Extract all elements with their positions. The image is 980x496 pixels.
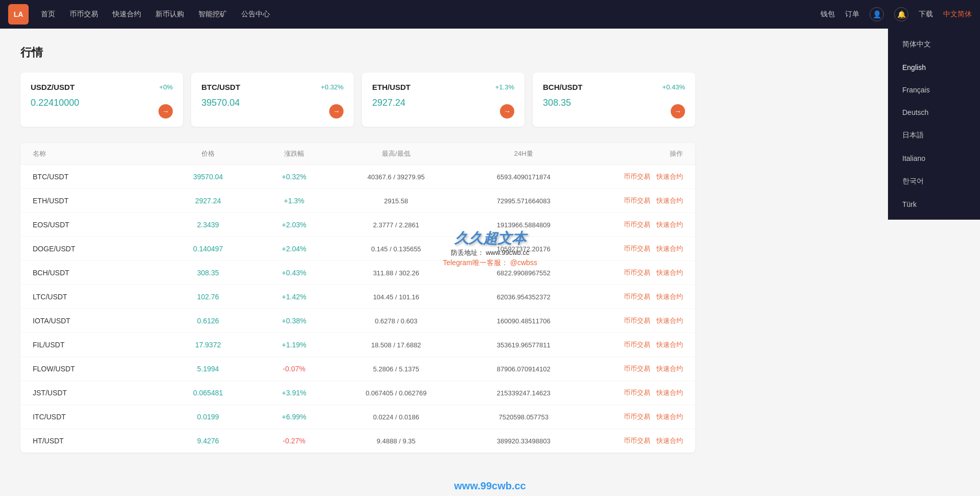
- orders-button[interactable]: 订单: [845, 10, 859, 19]
- cell-volume-2: 1913966.5884809: [460, 221, 587, 229]
- nav-new-coin[interactable]: 新币认购: [155, 10, 184, 19]
- table-header: 名称 价格 涨跌幅 最高/最低 24H量 操作: [20, 143, 695, 165]
- action-spot-6[interactable]: 币币交易: [624, 316, 650, 325]
- card-arrow-usdz[interactable]: →: [158, 104, 173, 119]
- table-row: DOGE/USDT 0.140497 +2.04% 0.145 / 0.1356…: [20, 237, 695, 261]
- col-change: 涨跌幅: [256, 149, 332, 158]
- cell-name-8: FLOW/USDT: [33, 365, 160, 373]
- table-row: ITC/USDT 0.0199 +6.99% 0.0224 / 0.0186 7…: [20, 405, 695, 429]
- cell-change-8: -0.07%: [256, 365, 332, 373]
- wallet-button[interactable]: 钱包: [821, 10, 835, 19]
- lang-option-it[interactable]: Italiano: [888, 147, 980, 170]
- lang-option-fr[interactable]: Français: [888, 79, 980, 101]
- cell-volume-1: 72995.571664083: [460, 197, 587, 205]
- card-price-usdz: 0.22410000: [31, 98, 173, 108]
- action-contract-9[interactable]: 快速合约: [656, 388, 683, 397]
- card-header-bch: BCH/USDT +0.43%: [543, 83, 685, 91]
- cell-actions-2: 币币交易 快速合约: [587, 220, 683, 229]
- action-spot-9[interactable]: 币币交易: [624, 388, 650, 397]
- lang-option-en[interactable]: English: [888, 56, 980, 79]
- col-name: 名称: [33, 149, 160, 158]
- table-row: FLOW/USDT 5.1994 -0.07% 5.2806 / 5.1375 …: [20, 357, 695, 381]
- col-highlow: 最高/最低: [332, 149, 460, 158]
- bell-icon[interactable]: 🔔: [894, 7, 908, 21]
- download-button[interactable]: 下载: [919, 10, 933, 19]
- cell-name-2: EOS/USDT: [33, 221, 160, 229]
- action-contract-4[interactable]: 快速合约: [656, 268, 683, 277]
- card-price-btc: 39570.04: [201, 98, 344, 108]
- action-contract-7[interactable]: 快速合约: [656, 340, 683, 349]
- card-pair-eth: ETH/USDT: [372, 83, 411, 91]
- card-change-btc: +0.32%: [321, 83, 344, 91]
- cell-change-3: +2.04%: [256, 245, 332, 253]
- cell-change-1: +1.3%: [256, 197, 332, 205]
- table-row: LTC/USDT 102.76 +1.42% 104.45 / 101.16 6…: [20, 285, 695, 309]
- table-row: ETH/USDT 2927.24 +1.3% 2915.58 72995.571…: [20, 189, 695, 213]
- logo[interactable]: LA: [8, 4, 29, 25]
- action-spot-1[interactable]: 币币交易: [624, 196, 650, 205]
- nav-home[interactable]: 首页: [41, 10, 55, 19]
- lang-option-de[interactable]: Deutsch: [888, 101, 980, 124]
- cell-price-4: 308.35: [160, 269, 256, 277]
- action-spot-5[interactable]: 币币交易: [624, 292, 650, 301]
- nav-announcement[interactable]: 公告中心: [241, 10, 270, 19]
- cell-highlow-9: 0.067405 / 0.062769: [332, 389, 460, 397]
- cell-price-7: 17.9372: [160, 341, 256, 349]
- lang-option-ja[interactable]: 日本語: [888, 124, 980, 147]
- language-selector[interactable]: 中文简休: [943, 10, 972, 19]
- cell-highlow-3: 0.145 / 0.135655: [332, 245, 460, 253]
- lang-option-tr[interactable]: Türk: [888, 193, 980, 216]
- nav-spot-trade[interactable]: 币币交易: [70, 10, 98, 19]
- action-contract-8[interactable]: 快速合约: [656, 364, 683, 373]
- card-arrow-eth[interactable]: →: [500, 104, 514, 119]
- col-actions: 操作: [587, 149, 683, 158]
- action-contract-1[interactable]: 快速合约: [656, 196, 683, 205]
- table-body: BTC/USDT 39570.04 +0.32% 40367.6 / 39279…: [20, 165, 695, 453]
- cell-name-5: LTC/USDT: [33, 293, 160, 301]
- cell-change-11: -0.27%: [256, 437, 332, 445]
- action-spot-11[interactable]: 币币交易: [624, 436, 650, 445]
- page-title: 行情: [20, 45, 695, 60]
- user-icon[interactable]: 👤: [870, 7, 884, 21]
- cell-price-2: 2.3439: [160, 221, 256, 229]
- cell-highlow-5: 104.45 / 101.16: [332, 293, 460, 301]
- action-contract-10[interactable]: 快速合约: [656, 412, 683, 421]
- card-pair-bch: BCH/USDT: [543, 83, 583, 91]
- cell-highlow-0: 40367.6 / 39279.95: [332, 173, 460, 181]
- action-contract-2[interactable]: 快速合约: [656, 220, 683, 229]
- action-spot-8[interactable]: 币币交易: [624, 364, 650, 373]
- action-spot-7[interactable]: 币币交易: [624, 340, 650, 349]
- lang-option-zh[interactable]: 简体中文: [888, 33, 980, 56]
- cell-change-7: +1.19%: [256, 341, 332, 349]
- action-contract-0[interactable]: 快速合约: [656, 172, 683, 181]
- table-row: HT/USDT 9.4276 -0.27% 9.4888 / 9.35 3899…: [20, 429, 695, 453]
- action-spot-10[interactable]: 币币交易: [624, 412, 650, 421]
- cell-name-9: JST/USDT: [33, 389, 160, 397]
- lang-option-ko[interactable]: 한국어: [888, 170, 980, 193]
- cell-price-1: 2927.24: [160, 197, 256, 205]
- cell-actions-10: 币币交易 快速合约: [587, 412, 683, 421]
- cell-name-1: ETH/USDT: [33, 197, 160, 205]
- cell-highlow-7: 18.508 / 17.6882: [332, 341, 460, 349]
- cell-name-7: FIL/USDT: [33, 341, 160, 349]
- action-contract-5[interactable]: 快速合约: [656, 292, 683, 301]
- cell-name-6: IOTA/USDT: [33, 317, 160, 325]
- cell-price-0: 39570.04: [160, 173, 256, 181]
- market-card-eth: ETH/USDT +1.3% 2927.24 →: [362, 73, 525, 127]
- cell-price-3: 0.140497: [160, 245, 256, 253]
- action-spot-0[interactable]: 币币交易: [624, 172, 650, 181]
- card-arrow-btc[interactable]: →: [329, 104, 344, 119]
- main-nav: 首页 币币交易 快速合约 新币认购 智能挖矿 公告中心: [41, 10, 821, 19]
- table-row: BTC/USDT 39570.04 +0.32% 40367.6 / 39279…: [20, 165, 695, 189]
- nav-quick-contract[interactable]: 快速合约: [112, 10, 141, 19]
- action-contract-11[interactable]: 快速合约: [656, 436, 683, 445]
- nav-mining[interactable]: 智能挖矿: [198, 10, 227, 19]
- action-contract-6[interactable]: 快速合约: [656, 316, 683, 325]
- action-spot-3[interactable]: 币币交易: [624, 244, 650, 253]
- cell-actions-6: 币币交易 快速合约: [587, 316, 683, 325]
- cell-actions-3: 币币交易 快速合约: [587, 244, 683, 253]
- card-arrow-bch[interactable]: →: [671, 104, 685, 119]
- action-contract-3[interactable]: 快速合约: [656, 244, 683, 253]
- action-spot-4[interactable]: 币币交易: [624, 268, 650, 277]
- action-spot-2[interactable]: 币币交易: [624, 220, 650, 229]
